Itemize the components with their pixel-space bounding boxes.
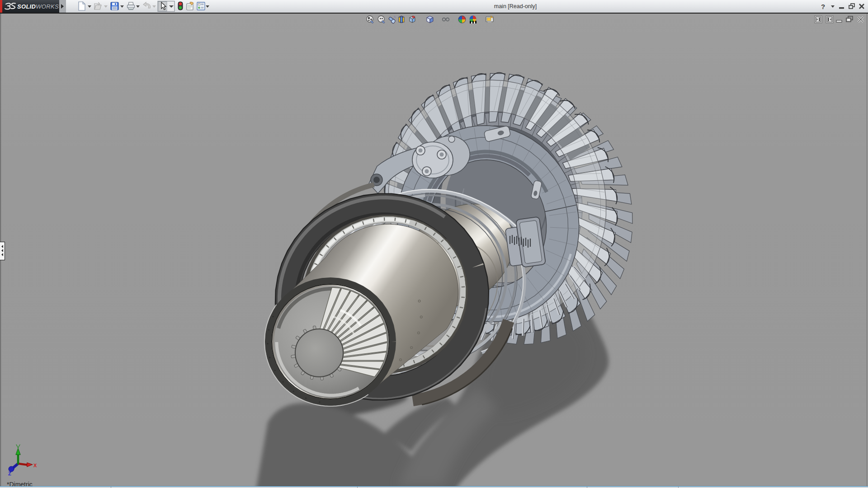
svg-text:Z: Z xyxy=(8,471,11,476)
svg-text:X: X xyxy=(33,463,37,468)
